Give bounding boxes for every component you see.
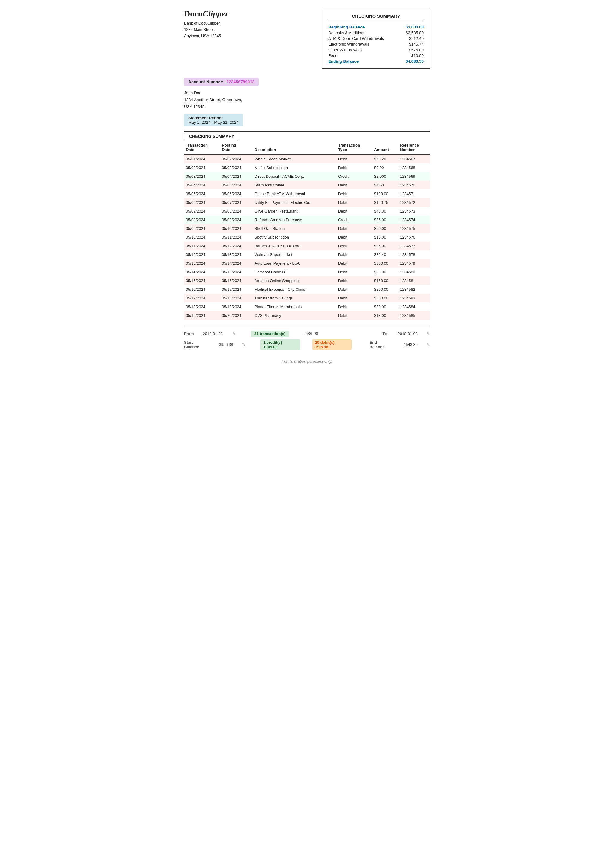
table-row: 05/12/202405/13/2024Walmart SupermarketD… [184,250,430,259]
table-row: 05/08/202405/09/2024Refund - Amazon Purc… [184,215,430,224]
cell-ref: 1234573 [398,207,430,215]
summary-amount-deposits: $2,535.00 [406,31,423,35]
cell-description: Starbucks Coffee [253,181,336,189]
cell-amount: $9.99 [372,163,398,172]
cell-trans-date: 05/02/2024 [184,163,220,172]
cell-description: Shell Gas Station [253,224,336,233]
transactions-header: CHECKING SUMMARY [184,132,430,141]
cell-type: Debit [336,224,372,233]
account-number-box: Account Number: 123456789012 [184,78,259,86]
footer-end-balance-label: End Balance [370,340,393,349]
cell-post-date: 05/15/2024 [220,268,253,276]
table-row: 05/05/202405/06/2024Chase Bank ATM Withd… [184,189,430,198]
footer-net-amount: -586.98 [304,331,318,336]
cell-ref: 1234576 [398,233,430,242]
cell-trans-date: 05/16/2024 [184,285,220,294]
cell-post-date: 05/06/2024 [220,189,253,198]
col-amount: Amount [372,141,398,155]
cell-type: Debit [336,198,372,207]
cell-trans-date: 05/01/2024 [184,154,220,163]
footer-end-edit-icon[interactable]: ✎ [426,342,430,347]
summary-label-beginning: Beginning Balance [328,25,365,29]
footer-from-label: From [184,332,194,336]
summary-amount-fees: $10.00 [411,53,423,58]
footer-to-edit-icon[interactable]: ✎ [426,332,430,336]
cell-amount: $35.00 [372,215,398,224]
footer-bar: From 2018-01-03 ✎ 21 transaction(s) -586… [184,326,430,350]
cell-ref: 1234575 [398,224,430,233]
cell-type: Debit [336,154,372,163]
cell-description: Chase Bank ATM Withdrawal [253,189,336,198]
cell-amount: $500.00 [372,294,398,302]
summary-label-other: Other Withdrawals [328,48,361,52]
summary-label-ending: Ending Balance [328,59,358,64]
customer-address2: USA 12345 [184,104,205,109]
cell-trans-date: 05/19/2024 [184,311,220,320]
cell-type: Debit [336,268,372,276]
account-block: Account Number: 123456789012 John Doe 12… [184,78,430,127]
cell-amount: $82.40 [372,250,398,259]
cell-description: Walmart Supermarket [253,250,336,259]
customer-name: John Doe [184,90,202,95]
cell-type: Debit [336,189,372,198]
cell-trans-date: 05/07/2024 [184,207,220,215]
statement-period-label: Statement Period: [188,116,239,120]
table-row: 05/03/202405/04/2024Direct Deposit - ACM… [184,172,430,181]
top-right: CHECKING SUMMARY Beginning Balance $3,00… [322,9,430,69]
cell-ref: 1234572 [398,198,430,207]
summary-box-title: CHECKING SUMMARY [328,14,423,21]
cell-description: Netflix Subscription [253,163,336,172]
cell-description: Olive Garden Restaurant [253,207,336,215]
table-row: 05/02/202405/03/2024Netflix Subscription… [184,163,430,172]
top-section: DocuClipper Bank of DocuClipper 1234 Mai… [184,9,430,69]
footer-start-edit-icon[interactable]: ✎ [242,342,245,347]
transactions-tab[interactable]: CHECKING SUMMARY [184,132,239,141]
cell-post-date: 05/19/2024 [220,302,253,311]
table-row: 05/07/202405/08/2024Olive Garden Restaur… [184,207,430,215]
cell-ref: 1234574 [398,215,430,224]
customer-address1: 1234 Another Street, Othertown, [184,98,242,102]
cell-post-date: 05/16/2024 [220,276,253,285]
summary-other: Other Withdrawals $575.00 [328,47,423,53]
cell-description: Whole Foods Market [253,154,336,163]
cell-amount: $25.00 [372,242,398,250]
cell-description: Refund - Amazon Purchase [253,215,336,224]
cell-amount: $120.75 [372,198,398,207]
cell-trans-date: 05/11/2024 [184,242,220,250]
cell-ref: 1234584 [398,302,430,311]
cell-amount: $4.50 [372,181,398,189]
cell-trans-date: 05/06/2024 [184,198,220,207]
table-row: 05/14/202405/15/2024Comcast Cable BillDe… [184,268,430,276]
table-row: 05/15/202405/16/2024Amazon Online Shoppi… [184,276,430,285]
cell-ref: 1234583 [398,294,430,302]
summary-amount-electronic: $145.74 [409,42,423,46]
cell-amount: $85.00 [372,268,398,276]
logo-text: Clipper [203,9,228,18]
cell-trans-date: 05/08/2024 [184,215,220,224]
summary-ending-balance: Ending Balance $4,083.56 [328,59,423,64]
cell-type: Debit [336,242,372,250]
cell-trans-date: 05/09/2024 [184,224,220,233]
cell-trans-date: 05/04/2024 [184,181,220,189]
footer-from-edit-icon[interactable]: ✎ [233,332,236,336]
summary-label-electronic: Electronic Withdrawals [328,42,369,46]
table-row: 05/01/202405/02/2024Whole Foods MarketDe… [184,154,430,163]
col-reference-number: ReferenceNumber [398,141,430,155]
cell-type: Debit [336,311,372,320]
cell-type: Debit [336,259,372,268]
cell-ref: 1234577 [398,242,430,250]
cell-type: Debit [336,276,372,285]
cell-trans-date: 05/15/2024 [184,276,220,285]
footer-start-balance-label: Start Balance [184,340,209,349]
account-number-value: 123456789012 [226,79,254,84]
cell-description: CVS Pharmacy [253,311,336,320]
cell-trans-date: 05/14/2024 [184,268,220,276]
cell-description: Barnes & Noble Bookstore [253,242,336,250]
bank-name: Bank of DocuClipper [184,21,220,25]
checking-summary-box: CHECKING SUMMARY Beginning Balance $3,00… [322,9,430,69]
cell-ref: 1234585 [398,311,430,320]
cell-type: Debit [336,302,372,311]
cell-amount: $150.00 [372,276,398,285]
summary-amount-ending: $4,083.56 [406,59,423,64]
account-number-label: Account Number: [188,79,223,84]
